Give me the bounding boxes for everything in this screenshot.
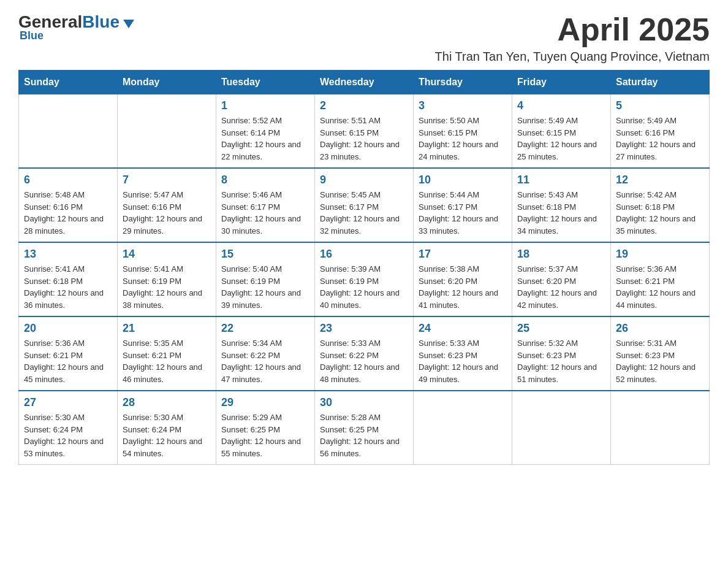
- day-number: 28: [123, 396, 211, 409]
- day-info: Sunrise: 5:40 AMSunset: 6:19 PMDaylight:…: [221, 263, 309, 311]
- day-number: 19: [616, 248, 704, 261]
- table-row: 6Sunrise: 5:48 AMSunset: 6:16 PMDaylight…: [19, 168, 118, 242]
- calendar-week-row: 13Sunrise: 5:41 AMSunset: 6:18 PMDayligh…: [19, 242, 710, 316]
- day-number: 16: [320, 248, 408, 261]
- day-number: 23: [320, 322, 408, 335]
- header-friday: Friday: [512, 71, 611, 94]
- table-row: 18Sunrise: 5:37 AMSunset: 6:20 PMDayligh…: [512, 242, 611, 316]
- day-info: Sunrise: 5:49 AMSunset: 6:16 PMDaylight:…: [616, 115, 704, 163]
- day-number: 8: [221, 174, 309, 186]
- header-sunday: Sunday: [19, 71, 118, 94]
- day-number: 9: [320, 174, 408, 186]
- day-info: Sunrise: 5:36 AMSunset: 6:21 PMDaylight:…: [24, 337, 112, 385]
- day-number: 20: [24, 322, 112, 335]
- calendar-week-row: 27Sunrise: 5:30 AMSunset: 6:24 PMDayligh…: [19, 391, 710, 465]
- day-info: Sunrise: 5:45 AMSunset: 6:17 PMDaylight:…: [320, 189, 408, 237]
- table-row: 12Sunrise: 5:42 AMSunset: 6:18 PMDayligh…: [611, 168, 710, 242]
- table-row: [19, 94, 118, 169]
- table-row: 30Sunrise: 5:28 AMSunset: 6:25 PMDayligh…: [315, 391, 414, 465]
- day-info: Sunrise: 5:33 AMSunset: 6:23 PMDaylight:…: [419, 337, 507, 385]
- header-tuesday: Tuesday: [216, 71, 315, 94]
- month-title: April 2025: [435, 12, 710, 47]
- day-number: 13: [24, 248, 112, 261]
- day-number: 14: [123, 248, 211, 261]
- table-row: 9Sunrise: 5:45 AMSunset: 6:17 PMDaylight…: [315, 168, 414, 242]
- day-info: Sunrise: 5:49 AMSunset: 6:15 PMDaylight:…: [517, 115, 605, 163]
- day-number: 1: [221, 99, 309, 112]
- day-number: 5: [616, 99, 704, 112]
- header-saturday: Saturday: [611, 71, 710, 94]
- header-monday: Monday: [118, 71, 216, 94]
- table-row: 10Sunrise: 5:44 AMSunset: 6:17 PMDayligh…: [414, 168, 512, 242]
- day-info: Sunrise: 5:30 AMSunset: 6:24 PMDaylight:…: [24, 412, 112, 459]
- day-number: 30: [320, 396, 408, 409]
- day-number: 12: [616, 174, 704, 186]
- table-row: 11Sunrise: 5:43 AMSunset: 6:18 PMDayligh…: [512, 168, 611, 242]
- day-number: 18: [517, 248, 605, 261]
- day-number: 27: [24, 396, 112, 409]
- logo-blue-text: Blue: [82, 12, 119, 31]
- title-section: April 2025 Thi Tran Tan Yen, Tuyen Quang…: [435, 12, 710, 64]
- calendar-week-row: 20Sunrise: 5:36 AMSunset: 6:21 PMDayligh…: [19, 316, 710, 391]
- logo-triangle-icon: [123, 20, 134, 28]
- table-row: 20Sunrise: 5:36 AMSunset: 6:21 PMDayligh…: [19, 316, 118, 391]
- table-row: 5Sunrise: 5:49 AMSunset: 6:16 PMDaylight…: [611, 94, 710, 169]
- day-number: 17: [419, 248, 507, 261]
- header-thursday: Thursday: [414, 71, 512, 94]
- table-row: 28Sunrise: 5:30 AMSunset: 6:24 PMDayligh…: [118, 391, 216, 465]
- day-info: Sunrise: 5:30 AMSunset: 6:24 PMDaylight:…: [123, 412, 211, 459]
- day-info: Sunrise: 5:34 AMSunset: 6:22 PMDaylight:…: [221, 337, 309, 385]
- table-row: 26Sunrise: 5:31 AMSunset: 6:23 PMDayligh…: [611, 316, 710, 391]
- day-info: Sunrise: 5:48 AMSunset: 6:16 PMDaylight:…: [24, 189, 112, 237]
- table-row: [611, 391, 710, 465]
- table-row: 17Sunrise: 5:38 AMSunset: 6:20 PMDayligh…: [414, 242, 512, 316]
- table-row: 21Sunrise: 5:35 AMSunset: 6:21 PMDayligh…: [118, 316, 216, 391]
- day-info: Sunrise: 5:39 AMSunset: 6:19 PMDaylight:…: [320, 263, 408, 311]
- day-info: Sunrise: 5:41 AMSunset: 6:19 PMDaylight:…: [123, 263, 211, 311]
- table-row: 16Sunrise: 5:39 AMSunset: 6:19 PMDayligh…: [315, 242, 414, 316]
- logo-blue-part: Blue: [82, 12, 134, 32]
- table-row: 14Sunrise: 5:41 AMSunset: 6:19 PMDayligh…: [118, 242, 216, 316]
- table-row: 8Sunrise: 5:46 AMSunset: 6:17 PMDaylight…: [216, 168, 315, 242]
- day-info: Sunrise: 5:33 AMSunset: 6:22 PMDaylight:…: [320, 337, 408, 385]
- table-row: 24Sunrise: 5:33 AMSunset: 6:23 PMDayligh…: [414, 316, 512, 391]
- table-row: [118, 94, 216, 169]
- day-number: 10: [419, 174, 507, 186]
- calendar-table: Sunday Monday Tuesday Wednesday Thursday…: [18, 70, 710, 465]
- table-row: 7Sunrise: 5:47 AMSunset: 6:16 PMDaylight…: [118, 168, 216, 242]
- table-row: 23Sunrise: 5:33 AMSunset: 6:22 PMDayligh…: [315, 316, 414, 391]
- table-row: 4Sunrise: 5:49 AMSunset: 6:15 PMDaylight…: [512, 94, 611, 169]
- table-row: 19Sunrise: 5:36 AMSunset: 6:21 PMDayligh…: [611, 242, 710, 316]
- day-number: 25: [517, 322, 605, 335]
- location-subtitle: Thi Tran Tan Yen, Tuyen Quang Province, …: [435, 50, 710, 64]
- day-info: Sunrise: 5:35 AMSunset: 6:21 PMDaylight:…: [123, 337, 211, 385]
- day-number: 21: [123, 322, 211, 335]
- day-info: Sunrise: 5:38 AMSunset: 6:20 PMDaylight:…: [419, 263, 507, 311]
- calendar-week-row: 1Sunrise: 5:52 AMSunset: 6:14 PMDaylight…: [19, 94, 710, 169]
- table-row: [512, 391, 611, 465]
- day-info: Sunrise: 5:51 AMSunset: 6:15 PMDaylight:…: [320, 115, 408, 163]
- page-header: General Blue Blue April 2025 Thi Tran Ta…: [18, 12, 710, 64]
- day-info: Sunrise: 5:46 AMSunset: 6:17 PMDaylight:…: [221, 189, 309, 237]
- day-info: Sunrise: 5:43 AMSunset: 6:18 PMDaylight:…: [517, 189, 605, 237]
- table-row: 1Sunrise: 5:52 AMSunset: 6:14 PMDaylight…: [216, 94, 315, 169]
- logo: General Blue Blue: [18, 12, 134, 42]
- header-wednesday: Wednesday: [315, 71, 414, 94]
- day-info: Sunrise: 5:42 AMSunset: 6:18 PMDaylight:…: [616, 189, 704, 237]
- calendar-header-row: Sunday Monday Tuesday Wednesday Thursday…: [19, 71, 710, 94]
- table-row: 29Sunrise: 5:29 AMSunset: 6:25 PMDayligh…: [216, 391, 315, 465]
- day-number: 6: [24, 174, 112, 186]
- table-row: 25Sunrise: 5:32 AMSunset: 6:23 PMDayligh…: [512, 316, 611, 391]
- table-row: 2Sunrise: 5:51 AMSunset: 6:15 PMDaylight…: [315, 94, 414, 169]
- day-number: 24: [419, 322, 507, 335]
- day-info: Sunrise: 5:41 AMSunset: 6:18 PMDaylight:…: [24, 263, 112, 311]
- table-row: 27Sunrise: 5:30 AMSunset: 6:24 PMDayligh…: [19, 391, 118, 465]
- table-row: 22Sunrise: 5:34 AMSunset: 6:22 PMDayligh…: [216, 316, 315, 391]
- day-number: 11: [517, 174, 605, 186]
- day-info: Sunrise: 5:28 AMSunset: 6:25 PMDaylight:…: [320, 412, 408, 459]
- table-row: 13Sunrise: 5:41 AMSunset: 6:18 PMDayligh…: [19, 242, 118, 316]
- table-row: [414, 391, 512, 465]
- day-number: 2: [320, 99, 408, 112]
- day-number: 15: [221, 248, 309, 261]
- day-number: 22: [221, 322, 309, 335]
